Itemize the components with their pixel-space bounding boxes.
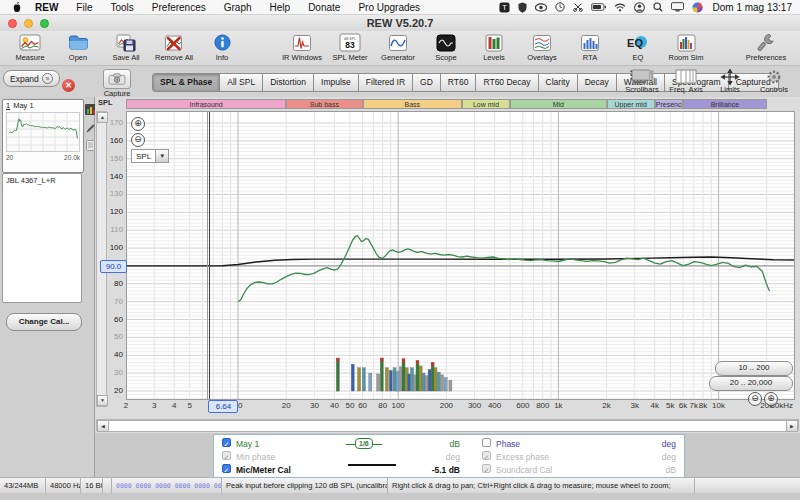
menu-help[interactable]: Help (261, 2, 300, 13)
toolbar-open-button[interactable]: Open (54, 32, 102, 62)
room-sim-icon (677, 32, 696, 53)
menu-graph[interactable]: Graph (215, 2, 261, 13)
measurement-card[interactable]: 1May 1 20 20.0k (2, 99, 84, 173)
horizontal-scrollbar[interactable]: ◀ ▶ (96, 419, 799, 431)
shield-icon[interactable] (518, 2, 527, 13)
window-title: REW V5.20.7 (0, 15, 800, 31)
spl-plot[interactable] (126, 111, 795, 400)
menu-clock[interactable]: Dom 1 mag 13:17 (713, 2, 793, 13)
menu-rew[interactable]: REW (26, 2, 67, 13)
menu-preferences[interactable]: Preferences (143, 2, 215, 13)
toolbar-info-button[interactable]: Info (198, 32, 246, 62)
tab-distortion[interactable]: Distortion (262, 73, 313, 92)
scissors-icon[interactable] (573, 2, 583, 12)
scroll-down-arrow[interactable]: ▼ (97, 395, 108, 406)
controls-icon (766, 68, 782, 85)
status-bar: 43/244MB48000 Hz16 Bit0000 0000 0000 000… (0, 477, 800, 493)
toolbar-save-all-button[interactable]: Save All (102, 32, 150, 62)
trace-may1-label[interactable]: May 1 (236, 438, 259, 450)
tab-all-spl[interactable]: All SPL (219, 73, 262, 92)
tab-decay[interactable]: Decay (577, 73, 616, 92)
band-presence: Presence (655, 99, 683, 109)
battery-icon[interactable] (591, 3, 606, 11)
tab-impulse[interactable]: Impulse (313, 73, 358, 92)
generator-icon (388, 32, 408, 53)
excess-phase-checkbox[interactable]: ✓ (482, 451, 491, 460)
minimize-window-button[interactable] (24, 19, 33, 28)
spotlight-search-icon[interactable] (653, 2, 663, 12)
controls-button[interactable]: Controls (752, 68, 796, 94)
toolbar-label: EQ (633, 53, 644, 62)
measurement-number: 1 (6, 101, 10, 110)
limits-button[interactable]: Limits (708, 68, 752, 94)
menu-donate[interactable]: Donate (299, 2, 349, 13)
y-axis-selector[interactable]: SPL ▼ (131, 149, 169, 163)
y-tick-150: 150 (99, 154, 123, 163)
toolbar-preferences-button[interactable]: Preferences (742, 32, 790, 62)
eq-icon: EQ (627, 32, 649, 53)
menu-tools[interactable]: Tools (101, 2, 142, 13)
tab-rt60-decay[interactable]: RT60 Decay (475, 73, 537, 92)
tab-filtered-ir[interactable]: Filtered IR (358, 73, 412, 92)
toolbar-generator-button[interactable]: Generator (374, 32, 422, 62)
toolbar-spl-meter-button[interactable]: dB SPL83SPL Meter (326, 32, 374, 62)
display-icon[interactable] (671, 2, 684, 12)
toolbar-rta-button[interactable]: RTA (566, 32, 614, 62)
mic-meter-cal-checkbox[interactable]: ✓ (222, 464, 231, 473)
toolbar-eq-button[interactable]: EQEQ (614, 32, 662, 62)
tab-gd[interactable]: GD (412, 73, 440, 92)
change-cal-button[interactable]: Change Cal... (6, 313, 82, 331)
toolbar-ir-windows-button[interactable]: IR Windows (278, 32, 326, 62)
title-bar[interactable]: REW V5.20.7 (0, 15, 800, 32)
toolbar-scope-button[interactable]: Scope (422, 32, 470, 62)
toolbar-remove-all-button[interactable]: Remove All (150, 32, 198, 62)
control-center-icon[interactable] (692, 2, 703, 13)
expand-button[interactable]: Expand» (3, 70, 60, 87)
band-bass: Bass (363, 99, 462, 109)
spl-phase-graph: SPL InfrasoundSub bassBassLow midMidUppe… (95, 97, 800, 433)
toolbar-label: Save All (112, 53, 139, 62)
tab-clarity[interactable]: Clarity (538, 73, 577, 92)
apple-menu-icon[interactable] (12, 1, 22, 13)
x-tick-20: 20 (273, 401, 299, 410)
graph-view-buttons: ScrollbarsFreq. AxisLimitsControls (620, 68, 796, 94)
measurement-notes-field[interactable]: JBL 4367_L+R (2, 173, 82, 303)
user-account-icon[interactable] (634, 2, 645, 13)
horizontal-scroll-thumb[interactable] (108, 420, 787, 432)
zoom-in-y-button[interactable]: ⊕ (131, 117, 145, 131)
window-controls (8, 19, 49, 28)
screen-recording-icon[interactable] (535, 3, 547, 12)
input-source-icon[interactable]: T (499, 2, 510, 13)
smoothing-badge[interactable]: 1/6 (346, 438, 382, 449)
phase-checkbox[interactable] (482, 438, 491, 447)
scrollbars-button[interactable]: Scrollbars (620, 68, 664, 94)
toolbar-room-sim-button[interactable]: Room Sim (662, 32, 710, 62)
toolbar-levels-button[interactable]: Levels (470, 32, 518, 62)
phase-label[interactable]: Phase (496, 438, 520, 450)
freq-range-10-200-button[interactable]: 10 .. 200 (715, 361, 793, 376)
measurement-thumbnail[interactable] (6, 112, 80, 152)
menu-pro-upgrades[interactable]: Pro Upgrades (349, 2, 429, 13)
zoom-out-x-button[interactable]: ⊖ (748, 392, 762, 406)
trace-may1-checkbox[interactable]: ✓ (222, 438, 231, 447)
menu-file[interactable]: File (67, 2, 101, 13)
remove-measurement-button[interactable]: ✕ (62, 79, 75, 92)
freq-range-20-20000-button[interactable]: 20 .. 20,000 (709, 376, 793, 391)
wifi-icon[interactable] (614, 3, 626, 12)
freq-axis-button[interactable]: Freq. Axis (664, 68, 708, 94)
mic-meter-cal-label[interactable]: Mic/Meter Cal (236, 464, 291, 476)
capture-button[interactable]: Capture (101, 69, 133, 98)
clock-icon[interactable] (555, 2, 565, 12)
close-window-button[interactable] (8, 19, 17, 28)
zoom-in-x-button[interactable]: ⊕ (764, 392, 778, 406)
y-tick-110: 110 (99, 225, 123, 234)
zoom-out-y-button[interactable]: ⊖ (131, 133, 145, 147)
toolbar-measure-button[interactable]: Measure (6, 32, 54, 62)
min-phase-checkbox[interactable]: ✓ (222, 451, 231, 460)
toolbar-overlays-button[interactable]: Overlays (518, 32, 566, 62)
tab-spl-phase[interactable]: SPL & Phase (152, 73, 219, 92)
soundcard-cal-checkbox[interactable]: ✓ (482, 464, 491, 473)
zoom-window-button[interactable] (40, 19, 49, 28)
tab-rt60[interactable]: RT60 (440, 73, 476, 92)
scroll-right-arrow[interactable]: ▶ (786, 420, 798, 432)
